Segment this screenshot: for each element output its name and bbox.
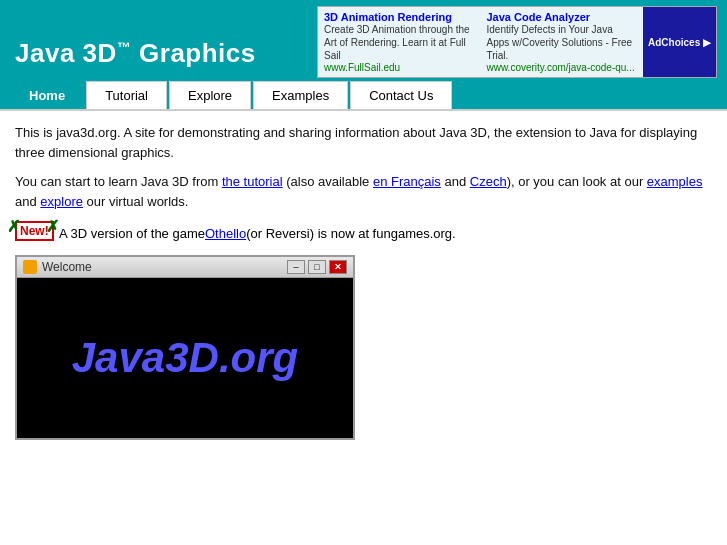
main-content: This is java3d.org. A site for demonstra… [0,111,727,452]
new-announcement: ✗ New! ✗ A 3D version of the game Othell… [15,221,712,245]
nav-tab-contact-us[interactable]: Contact Us [350,81,452,109]
intro2-end: our virtual worlds. [83,194,188,209]
intro2-after: ), or you can look at our [507,174,647,189]
applet-content: Java3D.org [17,278,353,438]
ad-1-text: Create 3D Animation through the Art of R… [324,23,475,62]
ad-banner: 3D Animation Rendering Create 3D Animati… [317,6,717,78]
othello-link[interactable]: Othello [205,226,246,241]
intro-paragraph-2: You can start to learn Java 3D from the … [15,172,712,211]
intro2-mid2: and [441,174,470,189]
x-mark-right: ✗ [46,217,59,236]
new-text-after: (or Reversi) is now at fungames.org. [246,226,456,241]
title-tm: ™ [117,39,132,55]
nav-tab-tutorial[interactable]: Tutorial [86,81,167,109]
new-badge: ✗ New! ✗ [15,221,51,245]
intro2-mid: (also available [283,174,373,189]
ad-1-url: www.FullSail.edu [324,62,475,73]
applet-title-left: Welcome [23,260,92,274]
applet-window-buttons: – □ ✕ [287,260,347,274]
ad-2-url: www.coverity.com/java-code-qu... [487,62,638,73]
x-mark-left: ✗ [7,217,20,236]
nav-tab-examples[interactable]: Examples [253,81,348,109]
close-button[interactable]: ✕ [329,260,347,274]
ad-block-1: 3D Animation Rendering Create 3D Animati… [318,7,481,77]
ad-1-title[interactable]: 3D Animation Rendering [324,11,475,23]
explore-link[interactable]: explore [40,194,83,209]
czech-link[interactable]: Czech [470,174,507,189]
ad-2-text: Identify Defects in Your Java Apps w/Cov… [487,23,638,62]
nav-tab-explore[interactable]: Explore [169,81,251,109]
title-java3d: Java 3D™ Graphics [15,38,256,68]
navigation-bar: HomeTutorialExploreExamplesContact Us [0,81,727,111]
applet-window: Welcome – □ ✕ Java3D.org [15,255,355,440]
intro2-before: You can start to learn Java 3D from [15,174,222,189]
applet-icon [23,260,37,274]
nav-tab-home[interactable]: Home [10,81,84,109]
ad-block-2: Java Code Analyzer Identify Defects in Y… [481,7,644,77]
header-section: 3D Animation Rendering Create 3D Animati… [0,0,727,81]
restore-button[interactable]: □ [308,260,326,274]
ad-choices-button[interactable]: AdChoices ▶ [643,7,716,77]
new-text-before: A 3D version of the game [59,226,205,241]
java3d-logo-text: Java3D.org [72,334,298,382]
minimize-button[interactable]: – [287,260,305,274]
intro-paragraph-1: This is java3d.org. A site for demonstra… [15,123,712,162]
examples-link[interactable]: examples [647,174,703,189]
intro2-mid3: and [15,194,40,209]
applet-titlebar: Welcome – □ ✕ [17,257,353,278]
french-link[interactable]: en Français [373,174,441,189]
ad-2-title[interactable]: Java Code Analyzer [487,11,638,23]
applet-title-text: Welcome [42,260,92,274]
tutorial-link[interactable]: the tutorial [222,174,283,189]
